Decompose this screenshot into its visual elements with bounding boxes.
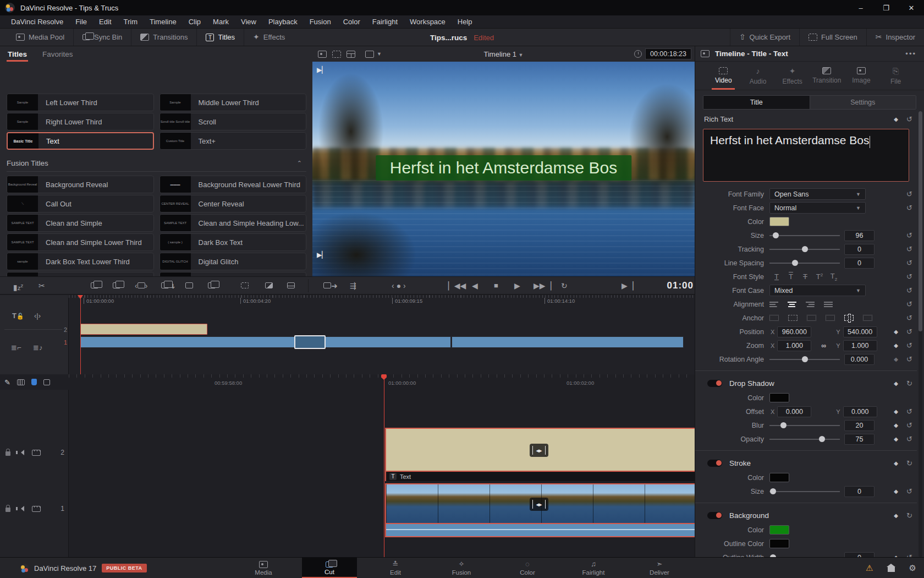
reset-icon[interactable]: ↺ <box>906 355 912 363</box>
tracking-value[interactable]: 0 <box>844 244 875 255</box>
reset-icon[interactable]: ↺ <box>906 245 912 253</box>
sync-clip-icon[interactable]: ≣⌐ <box>11 343 21 352</box>
resize-view-icon[interactable] <box>365 51 374 58</box>
close-up-icon[interactable]: ↴ <box>161 281 175 290</box>
audio-clip[interactable] <box>385 524 695 537</box>
tab-effects[interactable]: ✦Effects <box>777 62 809 90</box>
keyframe-icon[interactable]: ◆ <box>894 512 898 519</box>
append-icon[interactable] <box>113 281 120 290</box>
video-clip-overview[interactable] <box>452 336 684 348</box>
full-screen-button[interactable]: Full Screen <box>799 29 866 46</box>
title-item[interactable]: ▬▬▬Background Reveal Lower Third <box>160 176 307 193</box>
blur-value[interactable]: 20 <box>844 420 875 431</box>
playhead[interactable] <box>384 374 384 557</box>
rotation-value[interactable]: 0.000 <box>844 354 875 365</box>
video-preview[interactable]: Herfst in het Amsterdamse Bos ▶ ▶ <box>312 62 695 276</box>
speaker-icon[interactable] <box>18 450 24 455</box>
reset-icon[interactable]: ↺ <box>906 300 912 308</box>
font-color-swatch[interactable] <box>769 217 789 226</box>
subscript-icon[interactable]: T2 <box>827 272 841 282</box>
menu-color[interactable]: Color <box>337 18 366 26</box>
tab-transition[interactable]: Transition <box>811 62 843 90</box>
lock-icon[interactable] <box>6 508 10 512</box>
split-icon[interactable] <box>241 281 249 290</box>
reset-icon[interactable]: ↻ <box>906 379 912 388</box>
drop-shadow-toggle[interactable] <box>707 380 722 387</box>
snapshot-icon[interactable] <box>265 281 273 290</box>
zoom-x-value[interactable]: 1.000 <box>777 340 811 351</box>
size-slider[interactable] <box>769 230 840 241</box>
reset-icon[interactable]: ↺ <box>906 286 912 295</box>
position-y-value[interactable]: 540.000 <box>843 326 877 337</box>
title-item[interactable]: SAMPLE TEXTClean and Simple Lower Third <box>7 233 154 251</box>
font-family-dropdown[interactable]: Open Sans▼ <box>769 188 866 200</box>
export-clip-icon[interactable]: ➜ <box>323 281 338 290</box>
line-spacing-slider[interactable] <box>769 257 840 269</box>
inspector-options-icon[interactable]: ••• <box>905 50 916 58</box>
collapse-chevron-icon[interactable]: ⌃ <box>297 160 302 167</box>
opacity-slider[interactable] <box>769 433 840 445</box>
keyframe-icon[interactable]: ◆ <box>894 408 898 415</box>
close-button[interactable]: ✕ <box>899 0 924 15</box>
audio-waveform-icon[interactable] <box>17 379 25 385</box>
title-item[interactable]: Background RevealBackground Reveal <box>7 176 154 193</box>
thumbnail-view-icon[interactable] <box>318 51 327 58</box>
scrollbar[interactable] <box>919 111 922 557</box>
page-edit[interactable]: ≛ Edit <box>368 558 423 578</box>
source-overwrite-icon[interactable] <box>208 281 216 290</box>
title-item-scroll[interactable]: Scroll title Scroll title Scroll <box>160 113 307 130</box>
title-item[interactable]: ( sample )Dark Box Text <box>160 233 307 251</box>
stroke-size-value[interactable]: 0 <box>844 486 875 497</box>
reset-icon[interactable]: ↺ <box>906 314 912 322</box>
menu-playback[interactable]: Playback <box>262 18 304 26</box>
font-face-dropdown[interactable]: Normal▼ <box>769 202 866 214</box>
trim-tool-icon[interactable]: ‹|› <box>34 312 41 320</box>
page-media[interactable]: Media <box>236 558 291 578</box>
page-fusion[interactable]: ✧ Fusion <box>434 558 489 578</box>
menu-file[interactable]: File <box>69 18 93 26</box>
title-item[interactable]: DIGITAL GLITCHDigital Glitch <box>160 253 307 270</box>
stroke-toggle[interactable] <box>707 460 722 467</box>
menu-mark[interactable]: Mark <box>207 18 235 26</box>
go-to-end-button[interactable]: ▶▶▕ <box>534 281 551 290</box>
reset-icon[interactable]: ↺ <box>906 259 912 267</box>
align-center-icon[interactable] <box>788 301 796 308</box>
menu-workspace[interactable]: Workspace <box>404 18 452 26</box>
tab-file[interactable]: ⎘File <box>880 62 912 90</box>
tracking-slider[interactable] <box>769 243 840 255</box>
playhead[interactable] <box>80 295 81 374</box>
maximize-button[interactable]: ❐ <box>873 0 899 15</box>
rotation-slider[interactable] <box>769 353 840 365</box>
shadow-color-swatch[interactable] <box>769 393 789 402</box>
reset-icon[interactable]: ↺ <box>906 190 912 198</box>
title-clip[interactable]: ◂▸ <box>385 428 695 472</box>
stroke-size-slider[interactable] <box>769 486 840 497</box>
keyframe-icon[interactable]: ◆ <box>894 116 898 122</box>
page-cut[interactable]: Cut <box>302 558 357 578</box>
anchor-icon[interactable] <box>826 315 835 321</box>
align-right-icon[interactable] <box>806 301 815 308</box>
boring-detector-icon[interactable] <box>332 51 341 58</box>
jump-marker-icon[interactable]: ▶ <box>317 251 327 259</box>
upper-ruler[interactable] <box>69 295 695 306</box>
reset-icon[interactable]: ↻ <box>906 459 912 467</box>
title-item[interactable]: CENTER REVEALCenter Reveal <box>160 195 307 212</box>
anchor-icon[interactable] <box>863 315 872 321</box>
reset-icon[interactable]: ↺ <box>906 272 912 281</box>
zoom-y-value[interactable]: 1.000 <box>843 340 877 351</box>
minimize-button[interactable]: – <box>848 0 873 15</box>
film-icon[interactable] <box>32 506 41 512</box>
menu-help[interactable]: Help <box>452 18 479 26</box>
title-item-text-selected[interactable]: Basic Title Text <box>7 132 154 150</box>
stroke-color-swatch[interactable] <box>769 473 789 482</box>
menu-davinci-resolve[interactable]: DaVinci Resolve <box>5 18 69 26</box>
media-pool-button[interactable]: Media Pool <box>7 29 74 46</box>
title-item[interactable]: Sample Middle Lower Third <box>160 94 307 111</box>
reset-icon[interactable]: ↺ <box>906 553 912 557</box>
stop-button[interactable]: ■ <box>494 281 498 290</box>
blur-slider[interactable] <box>769 419 840 431</box>
reset-icon[interactable]: ↺ <box>906 204 912 212</box>
overline-icon[interactable]: T <box>784 272 798 281</box>
title-item[interactable]: SAMPLE TEXTClean and Simple <box>7 214 154 232</box>
reset-icon[interactable]: ↺ <box>906 487 912 495</box>
